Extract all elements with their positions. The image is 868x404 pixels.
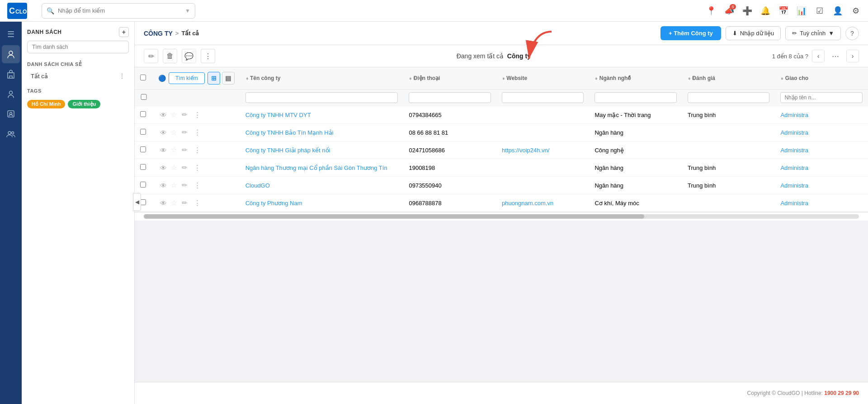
edit-icon-5[interactable]: ✏ [179,199,189,207]
add-icon[interactable]: ➕ [742,6,752,16]
list-search-input[interactable] [27,41,129,53]
search-input[interactable] [58,7,181,14]
comment-button[interactable]: 💬 [182,49,196,63]
scrollbar-thumb[interactable] [144,214,644,219]
horizontal-scrollbar[interactable] [144,214,859,219]
customize-button[interactable]: ✏ Tuỳ chỉnh ▼ [785,26,841,40]
calendar-icon[interactable]: 📅 [778,6,788,16]
edit-icon-4[interactable]: ✏ [179,181,189,189]
shared-list-tat-ca[interactable]: Tất cả ⋮ [27,70,129,82]
more-icon-4[interactable]: ⋮ [192,181,202,189]
star-icon-1[interactable]: ☆ [171,128,177,136]
import-button[interactable]: ⬇ Nhập dữ liệu [726,26,781,40]
company-name-link-3[interactable]: Ngân hàng Thương mại Cổ phần Sài Gòn Thư… [245,164,387,171]
more-icon-3[interactable]: ⋮ [192,164,202,172]
company-assigned-0[interactable]: Administra [780,112,808,118]
view-icon-1[interactable]: 👁 [158,129,168,136]
company-name-link-5[interactable]: Công ty Phương Nam [245,200,302,207]
next-page-button[interactable]: › [846,50,859,62]
tag-gioi-thieu[interactable]: Giới thiệu [68,100,100,108]
view-icon-3[interactable]: 👁 [158,164,168,172]
more-icon-2[interactable]: ⋮ [192,146,202,154]
company-assigned-2[interactable]: Administra [780,147,808,154]
delete-button[interactable]: 🗑 [163,49,177,63]
company-assigned-1[interactable]: Administra [780,129,808,136]
filter-website-input[interactable] [502,92,584,103]
checkbox-icon[interactable]: ☑ [815,6,825,16]
more-icon-5[interactable]: ⋮ [192,199,202,207]
search-button[interactable]: Tìm kiếm [169,72,205,84]
row-checkbox-2[interactable] [140,146,146,152]
company-name-link-2[interactable]: Công ty TNHH Giải pháp kết nối [245,147,330,154]
more-button[interactable]: ⋮ [201,49,215,63]
sidebar-item-contacts[interactable] [2,45,20,63]
add-list-button[interactable]: + [119,27,129,37]
sidebar-item-menu[interactable]: ☰ [2,25,20,43]
user-icon[interactable]: 👤 [833,6,843,16]
sidebar-item-group[interactable] [2,125,20,143]
company-assigned-4[interactable]: Administra [780,182,808,189]
filter-rating-input[interactable] [688,92,770,103]
filter-icon[interactable]: 🔵 [158,75,166,82]
col-phone[interactable]: ⬧ Điện thoại [403,67,496,89]
company-website-2[interactable]: https://voip24h.vn/ [502,147,550,154]
company-website-5[interactable]: phuongnam.com.vn [502,200,553,207]
select-all-checkbox[interactable] [140,75,146,80]
filter-name-input[interactable] [245,92,398,103]
company-name-link-4[interactable]: CloudGO [245,182,270,189]
col-assigned[interactable]: ⬧ Giao cho [775,67,868,89]
view-icon-2[interactable]: 👁 [158,146,168,154]
collapse-panel-button[interactable]: ◀ [133,193,141,211]
toolbar-more-button[interactable]: ⋯ [828,49,843,63]
add-company-button[interactable]: + Thêm Công ty [660,26,721,40]
company-name-link-0[interactable]: Công ty TNHH MTV DYT [245,112,311,118]
notification-icon[interactable]: 📣 6 [724,6,734,16]
star-icon-3[interactable]: ☆ [171,164,177,172]
prev-page-button[interactable]: ‹ [812,50,825,62]
row-checkbox-3[interactable] [140,164,146,170]
sidebar-item-building[interactable] [2,65,20,83]
filter-assigned-input[interactable] [780,92,863,103]
star-icon-0[interactable]: ☆ [171,111,177,119]
col-name[interactable]: ⬧ Tên công ty [240,67,404,89]
view-icon-4[interactable]: 👁 [158,182,168,189]
row-checkbox-1[interactable] [140,129,146,135]
company-assigned-3[interactable]: Administra [780,164,808,171]
view-icon-5[interactable]: 👁 [158,199,168,207]
breadcrumb-parent[interactable]: CÔNG TY [144,30,173,37]
row-checkbox-4[interactable] [140,182,146,188]
star-icon-2[interactable]: ☆ [171,146,177,154]
tag-ho-chi-minh[interactable]: Hồ Chí Minh [27,100,65,108]
star-icon-5[interactable]: ☆ [171,199,177,207]
chart-icon[interactable]: 📊 [797,6,807,16]
footer-hotline[interactable]: 1900 29 29 90 [824,390,859,396]
edit-icon-0[interactable]: ✏ [179,111,189,119]
list-view-button[interactable]: ▤ [222,72,235,85]
edit-button[interactable]: ✏ [144,49,158,63]
more-icon[interactable]: ⋮ [119,72,125,80]
settings-icon[interactable]: ⚙ [851,6,861,16]
search-bar[interactable]: 🔍 ▼ [42,3,195,19]
bell-icon[interactable]: 🔔 [760,6,770,16]
col-rating[interactable]: ⬧ Đánh giá [682,67,775,89]
star-icon-4[interactable]: ☆ [171,181,177,189]
more-icon-0[interactable]: ⋮ [192,111,202,119]
company-assigned-5[interactable]: Administra [780,200,808,207]
location-icon[interactable]: 📍 [706,6,716,16]
filter-industry-input[interactable] [594,92,677,103]
more-icon-1[interactable]: ⋮ [192,128,202,136]
grid-view-button[interactable]: ⊞ [208,72,220,85]
view-icon-0[interactable]: 👁 [158,111,168,119]
logo[interactable]: C CLOUDPRO [7,3,27,19]
col-industry[interactable]: ⬧ Ngành nghề [589,67,682,89]
edit-icon-2[interactable]: ✏ [179,146,189,154]
filter-phone-input[interactable] [409,92,491,103]
sidebar-item-person[interactable] [2,85,20,103]
sidebar-item-contact2[interactable] [2,105,20,123]
col-website[interactable]: ⬧ Website [496,67,590,89]
row-checkbox-0[interactable] [140,111,146,117]
edit-icon-3[interactable]: ✏ [179,164,189,172]
filter-select-checkbox[interactable] [140,94,147,100]
help-button[interactable]: ? [845,27,859,40]
edit-icon-1[interactable]: ✏ [179,128,189,136]
